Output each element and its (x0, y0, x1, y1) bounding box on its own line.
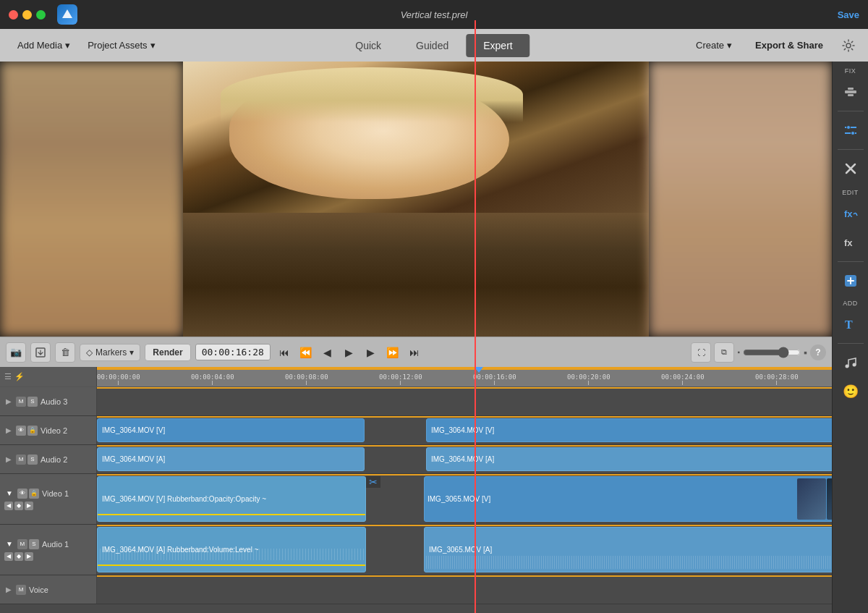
track-icons-audio3: M S (16, 397, 38, 407)
ruler-mark: 00:00:28:00 (755, 373, 799, 385)
fix-wrench-button[interactable] (838, 79, 864, 105)
track-nav-prev-video1[interactable]: ◀ (4, 502, 13, 510)
render-button[interactable]: Render (145, 344, 190, 361)
zoom-large-icon: ▪ (804, 347, 807, 358)
track-nav-next-video1[interactable]: ▶ (25, 502, 33, 510)
track-content-video1[interactable]: IMG_3064.MOV [V] Rubberband:Opacity:Opac… (97, 474, 832, 524)
go-start-button[interactable]: ⏮ (275, 343, 294, 362)
color-correct-button[interactable] (838, 268, 864, 294)
effects-fx-button[interactable]: fx (838, 200, 864, 227)
track-nav-marker-audio1[interactable]: ◆ (14, 552, 23, 561)
track-icons-video2: 👁 🔒 (16, 426, 38, 436)
track-expand-audio2[interactable]: ▶ (4, 455, 13, 463)
step-forward-button[interactable]: ▶ (362, 343, 380, 362)
clip-audio2-1[interactable]: IMG_3064.MOV [A] (97, 447, 365, 471)
motion-fx-button[interactable]: fx (838, 229, 864, 255)
mute-icon-voice[interactable]: M (16, 585, 26, 595)
track-nav-marker-video1[interactable]: ◆ (14, 502, 23, 510)
tracks-container[interactable]: ▶ M S Audio 3 ▶ (0, 387, 832, 613)
track-label-video2: ▶ 👁 🔒 Video 2 (0, 416, 97, 444)
mute-icon-audio2[interactable]: M (16, 455, 26, 465)
pip-button[interactable]: ⧉ (714, 342, 734, 363)
dropdown-arrow-icon: ▾ (150, 40, 156, 51)
help-button[interactable]: ? (810, 344, 826, 360)
track-expand-video1[interactable]: ▼ (4, 489, 14, 497)
music-button[interactable] (838, 350, 864, 376)
delete-button[interactable]: 🗑 (55, 342, 75, 363)
panel-divider-3 (838, 261, 864, 262)
fullscreen-button[interactable]: ⛶ (691, 342, 711, 363)
markers-button[interactable]: ◇ Markers ▾ (80, 344, 140, 361)
clip-video1-2[interactable]: IMG_3065.MOV [V] (424, 476, 832, 522)
export-share-button[interactable]: Export & Share (746, 35, 832, 55)
tab-expert[interactable]: Expert (466, 34, 529, 57)
close-button[interactable] (9, 10, 18, 20)
create-button[interactable]: Create ▾ (687, 35, 741, 55)
rewind-button[interactable]: ⏪ (297, 343, 315, 362)
camera-icon-button[interactable]: 📷 (6, 342, 26, 363)
tools-icon-button[interactable] (838, 156, 864, 182)
eye-icon-video1[interactable]: 👁 (17, 489, 27, 499)
clip-audio2-2[interactable]: IMG_3064.MOV [A] (426, 447, 832, 471)
clip-audio1-rubberband[interactable]: IMG_3064.MOV [A] Rubberband:Volume:Level… (97, 527, 366, 572)
timeline-snap-button[interactable]: ⚡ (14, 372, 25, 381)
settings-button[interactable] (838, 35, 859, 56)
fast-forward-button[interactable]: ⏩ (383, 343, 402, 362)
track-expand-audio3[interactable]: ▶ (4, 397, 13, 405)
child-hair (221, 67, 524, 122)
track-expand-voice[interactable]: ▶ (4, 585, 13, 593)
lock-icon-video1[interactable]: 🔒 (29, 489, 39, 499)
add-media-button[interactable]: Add Media ▾ (9, 35, 79, 55)
minimize-button[interactable] (22, 10, 32, 20)
zoom-slider[interactable] (743, 347, 801, 358)
track-content-audio1[interactable]: IMG_3064.MOV [A] Rubberband:Volume:Level… (97, 525, 832, 575)
clip-audio1-2[interactable]: IMG_3065.MOV [A] (424, 527, 832, 572)
save-button[interactable]: Save (838, 9, 859, 20)
track-name-video2: Video 2 (41, 426, 67, 435)
maximize-button[interactable] (36, 10, 46, 20)
mute-icon-audio3[interactable]: M (16, 397, 26, 407)
track-nav-next-audio1[interactable]: ▶ (25, 552, 33, 561)
track-icons-audio1: M S (17, 539, 39, 549)
track-nav-prev-audio1[interactable]: ◀ (4, 552, 13, 561)
track-content-voice[interactable] (97, 575, 832, 604)
work-area-bar (97, 367, 832, 370)
timeline-settings-button[interactable]: ☰ (4, 372, 12, 381)
ruler-mark: 00:00:24:00 (661, 373, 705, 385)
step-back-button[interactable]: ◀ (318, 343, 337, 362)
clip-video2-1[interactable]: IMG_3064.MOV [V] (97, 418, 365, 442)
track-expand-video2[interactable]: ▶ (4, 426, 13, 434)
track-icons-audio2: M S (16, 455, 38, 465)
work-area-audio3 (97, 387, 832, 389)
solo-icon-audio2[interactable]: S (27, 455, 38, 465)
solo-icon-audio1[interactable]: S (29, 539, 39, 549)
lock-icon-video2[interactable]: 🔒 (27, 426, 38, 436)
solo-icon-audio3[interactable]: S (27, 397, 38, 407)
play-button[interactable]: ▶ (340, 343, 359, 362)
adjust-icon-button[interactable] (838, 117, 864, 143)
project-assets-button[interactable]: Project Assets ▾ (79, 35, 163, 55)
tab-quick[interactable]: Quick (338, 34, 399, 57)
export-frame-button[interactable] (30, 342, 51, 363)
track-content-video2[interactable]: IMG_3064.MOV [V] IMG_3064.MOV [V] (97, 416, 832, 444)
track-name-audio2: Audio 2 (41, 455, 67, 464)
clip-video2-2[interactable]: IMG_3064.MOV [V] (426, 418, 832, 442)
go-end-button[interactable]: ⏭ (405, 343, 424, 362)
cut-marker: ✂ (366, 476, 380, 488)
dropdown-arrow-icon: ▾ (65, 40, 70, 51)
panel-divider-2 (838, 149, 864, 150)
text-button[interactable]: T (838, 311, 864, 337)
emoji-button[interactable]: 🙂 (838, 379, 864, 405)
svg-marker-0 (62, 9, 72, 18)
video-preview[interactable] (0, 62, 832, 337)
clip-video1-rubberband[interactable]: IMG_3064.MOV [V] Rubberband:Opacity:Opac… (97, 476, 366, 522)
toolbar-right: Create ▾ Export & Share (687, 35, 859, 56)
tab-guided[interactable]: Guided (399, 34, 466, 57)
project-name: Vertical test.prel (401, 9, 468, 20)
mute-icon-audio1[interactable]: M (17, 539, 27, 549)
track-label-audio2: ▶ M S Audio 2 (0, 445, 97, 473)
track-content-audio3[interactable] (97, 387, 832, 415)
eye-icon-video2[interactable]: 👁 (16, 426, 26, 436)
track-expand-audio1[interactable]: ▼ (4, 540, 14, 548)
track-content-audio2[interactable]: IMG_3064.MOV [A] IMG_3064.MOV [A] (97, 445, 832, 473)
